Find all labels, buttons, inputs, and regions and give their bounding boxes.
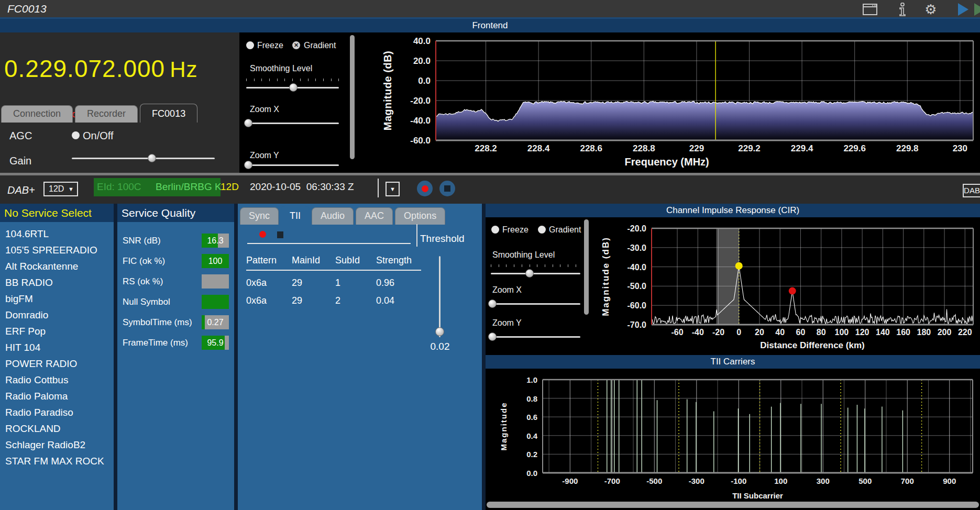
- stop-button[interactable]: [439, 181, 455, 196]
- quality-value: 0.27: [202, 315, 229, 329]
- cir-zoomx-knob[interactable]: [488, 300, 497, 308]
- cir-zoomx-slider[interactable]: [491, 300, 580, 308]
- spectrum-zoomy-knob[interactable]: [244, 161, 252, 169]
- service-item[interactable]: 104.6RTL: [0, 226, 114, 242]
- svg-text:100: 100: [774, 476, 787, 485]
- cir-smoothing-label: Smoothing Level: [492, 250, 555, 260]
- service-item[interactable]: BB RADIO: [0, 274, 114, 291]
- svg-text:40: 40: [775, 328, 785, 337]
- svg-text:-100: -100: [731, 476, 746, 485]
- cir-controls-scrollbar[interactable]: [584, 219, 589, 315]
- svg-text:120: 120: [855, 328, 869, 337]
- service-item[interactable]: POWER RADIO: [0, 356, 114, 372]
- cir-smoothing-knob[interactable]: [525, 269, 534, 278]
- service-item[interactable]: Radio Paloma: [0, 388, 114, 404]
- svg-text:-70.0: -70.0: [627, 320, 647, 329]
- svg-text:Frequency (MHz): Frequency (MHz): [625, 156, 709, 168]
- cir-gradient-radio[interactable]: [538, 226, 546, 234]
- service-list-header: No Service Select: [0, 204, 114, 222]
- tii-table-header-row: PatternMainIdSubIdStrength: [246, 255, 421, 270]
- svg-text:0.6: 0.6: [526, 413, 537, 422]
- svg-text:200: 200: [938, 328, 952, 337]
- svg-text:0.0: 0.0: [526, 469, 537, 478]
- frontend-tab-bar: ConnectionRecorderFC0013: [1, 103, 238, 123]
- svg-text:229: 229: [689, 143, 704, 153]
- svg-text:-40.0: -40.0: [627, 263, 647, 272]
- svg-text:60: 60: [796, 328, 806, 337]
- tii-stop-square-icon[interactable]: [277, 231, 283, 238]
- spectrum-smoothing-knob[interactable]: [289, 83, 298, 92]
- cir-smoothing-slider[interactable]: [491, 269, 580, 278]
- play-green-icon[interactable]: [972, 2, 980, 17]
- service-item[interactable]: Schlager RadioB2: [0, 437, 114, 453]
- service-item[interactable]: STAR FM MAX ROCK: [0, 453, 114, 469]
- decoder-tab-aac[interactable]: AAC: [356, 207, 393, 225]
- play-blue-icon[interactable]: [955, 2, 971, 17]
- cir-zoomy-knob[interactable]: [488, 332, 497, 341]
- svg-text:100: 100: [835, 328, 849, 337]
- decoder-tab-sync[interactable]: Sync: [240, 207, 279, 225]
- quality-row: Null Symbol: [117, 295, 234, 309]
- spectrum-freeze-radio[interactable]: [246, 41, 254, 49]
- quality-row: SymbolTime (ms)0.27: [117, 315, 234, 329]
- window-icon[interactable]: [862, 2, 878, 17]
- threshold-slider[interactable]: [435, 256, 444, 337]
- svg-text:229.8: 229.8: [896, 143, 919, 153]
- service-item[interactable]: ERF Pop: [0, 323, 114, 339]
- tii-transmitter-table: PatternMainIdSubIdStrength 0x6a2910.960x…: [246, 255, 421, 306]
- spectrum-gradient-radio[interactable]: ✕: [292, 41, 300, 49]
- tii-table-row: 0x6a2920.04: [246, 289, 421, 306]
- gain-slider[interactable]: [72, 154, 215, 162]
- threshold-slider-knob[interactable]: [435, 327, 444, 336]
- service-item[interactable]: Radio Cottbus: [0, 372, 114, 388]
- recorder-dropdown[interactable]: ▼: [386, 182, 400, 196]
- agc-label: AGC: [9, 130, 32, 142]
- settings-gear-icon[interactable]: ⚙: [923, 2, 939, 17]
- tii-carriers-title: TII Carriers: [486, 355, 980, 369]
- decoder-tab-audio[interactable]: Audio: [312, 207, 354, 225]
- tii-record-dot-icon[interactable]: [259, 231, 266, 238]
- service-item[interactable]: 105'5 SPREERADIO: [0, 242, 114, 258]
- tii-table-cell: 0x6a: [246, 270, 292, 289]
- channel-dropdown[interactable]: 12D ▼: [43, 182, 78, 196]
- service-list: 104.6RTL105'5 SPREERADIOAlt RockantenneB…: [0, 226, 114, 469]
- record-button[interactable]: [417, 181, 433, 196]
- service-quality-header: Service Quality: [117, 204, 234, 222]
- frontend-tab-recorder[interactable]: Recorder: [75, 105, 138, 123]
- quality-label: FIC (ok %): [123, 254, 165, 268]
- info-icon[interactable]: [895, 2, 910, 17]
- service-item[interactable]: HIT 104: [0, 339, 114, 356]
- gain-slider-knob[interactable]: [148, 154, 156, 162]
- svg-text:20: 20: [755, 328, 764, 337]
- agc-radio[interactable]: [72, 131, 80, 139]
- quality-value: 95.9: [202, 336, 229, 350]
- svg-text:500: 500: [858, 476, 872, 485]
- quality-label: Null Symbol: [123, 295, 170, 309]
- service-item[interactable]: ROCKLAND: [0, 420, 114, 437]
- service-item[interactable]: bigFM: [0, 291, 114, 307]
- frontend-tab-connection[interactable]: Connection: [1, 105, 73, 123]
- threshold-separator-line: [416, 224, 417, 247]
- decoder-tab-options[interactable]: Options: [395, 207, 445, 225]
- decoder-tab-tii[interactable]: TII: [281, 206, 310, 225]
- svg-text:900: 900: [943, 476, 956, 485]
- service-item[interactable]: Domradio: [0, 307, 114, 323]
- svg-text:0.2: 0.2: [526, 450, 537, 459]
- tii-carriers-plot: -900-700-500-300-1001003005007009001.00.…: [486, 369, 980, 501]
- title-bar: FC0013 ⚙: [0, 0, 980, 19]
- service-item[interactable]: Alt Rockantenne: [0, 258, 114, 274]
- spectrum-zoomx-knob[interactable]: [244, 119, 252, 127]
- quality-value-bar: 16.3: [202, 234, 229, 248]
- frontend-tab-fc0013[interactable]: FC0013: [140, 104, 197, 123]
- service-item[interactable]: Radio Paradiso: [0, 404, 114, 420]
- cir-freeze-radio[interactable]: [491, 226, 499, 234]
- cir-zoomy-slider[interactable]: [491, 332, 580, 341]
- svg-text:Magnitude: Magnitude: [499, 402, 508, 451]
- quality-value-bar: [202, 295, 229, 309]
- svg-text:Magnitude (dB): Magnitude (dB): [601, 237, 611, 316]
- utc-timestamp: 2020-10-05 06:30:33 Z: [250, 181, 354, 193]
- tii-separator-line: [247, 243, 411, 244]
- svg-text:-300: -300: [689, 476, 704, 485]
- svg-text:-50.0: -50.0: [627, 282, 647, 291]
- horizontal-scrollbar[interactable]: [487, 502, 979, 508]
